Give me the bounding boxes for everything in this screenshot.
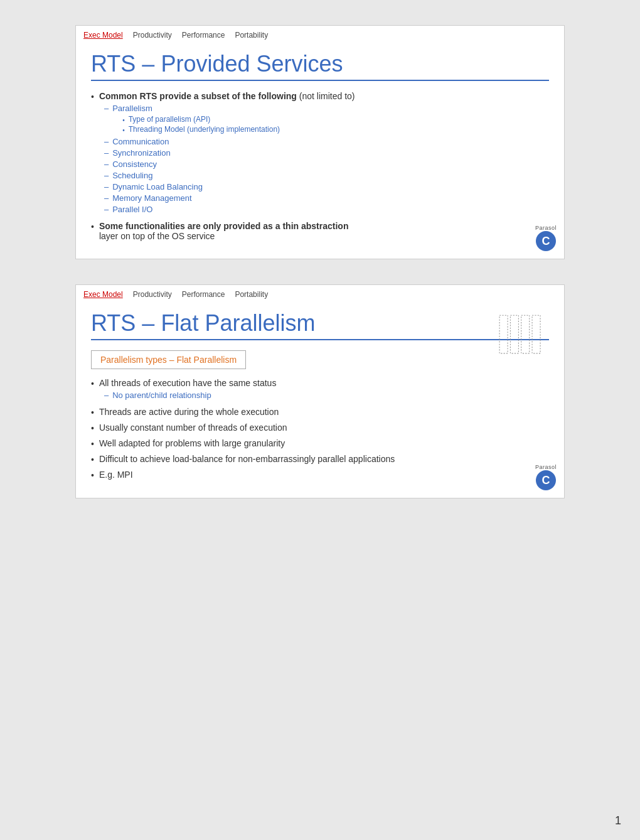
- slide1-title: RTS – Provided Services: [91, 51, 549, 77]
- slide2-title-area: RTS – Flat Parallelism: [76, 304, 564, 340]
- svg-rect-0: [499, 315, 508, 353]
- slide1-title-area: RTS – Provided Services: [76, 45, 564, 81]
- sub-item-communication: – Communication: [104, 137, 549, 146]
- logo-parasol-text-1: Parasol: [535, 225, 557, 231]
- sub-item-consistency: – Consistency: [104, 159, 549, 169]
- nav-portability-2: Portability: [235, 290, 268, 299]
- bullet1-bold: Common RTS provide a subset of the follo…: [99, 91, 297, 101]
- sub-item-parallelism: – Parallelism • Type of parallelism (API…: [104, 104, 549, 135]
- slide1-logo: Parasol C: [535, 225, 557, 251]
- slide-2: Exec Model Productivity Performance Port…: [75, 284, 565, 498]
- sub-list-no-parent: – No parent/child relationship: [104, 390, 549, 400]
- bullet2-text: Some functionalities are only provided a…: [99, 221, 549, 241]
- bullet-constant-threads-text: Usually constant number of threads of ex…: [99, 423, 549, 433]
- sub-sub-threading-model: • Threading Model (underlying implementa…: [122, 125, 280, 134]
- sub-item-dynamic-load-balancing: – Dynamic Load Balancing: [104, 182, 549, 191]
- slide2-content: Parallelism types – Flat Parallelism • A…: [76, 350, 564, 498]
- sub-label-memory-management: Memory Management: [112, 193, 191, 203]
- sub-item-synchronization: – Synchronization: [104, 148, 549, 158]
- bullet-mpi-text: E.g. MPI: [99, 470, 549, 480]
- slide2-bullet-difficult: • Difficult to achieve load-balance for …: [91, 454, 549, 465]
- sub-item-no-parent: – No parent/child relationship: [104, 390, 549, 400]
- svg-rect-1: [510, 315, 518, 353]
- flat-parallelism-diagram: [495, 314, 552, 355]
- slide1-bullet1: • Common RTS provide a subset of the fol…: [91, 91, 549, 216]
- nav-exec-model-1[interactable]: Exec Model: [83, 31, 123, 40]
- sub-label-scheduling: Scheduling: [112, 171, 152, 180]
- bullet2-bold: Some functionalities are only provided a…: [99, 221, 349, 231]
- svg-rect-3: [532, 315, 540, 353]
- sub-item-memory-management: – Memory Management: [104, 193, 549, 203]
- slide2-bullet-all-threads: • All threads of execution have the same…: [91, 378, 549, 402]
- bullet1-rest: (not limited to): [297, 91, 355, 101]
- slide2-bullet-mpi: • E.g. MPI: [91, 470, 549, 480]
- slide1-sub-list: – Parallelism • Type of parallelism (API…: [104, 104, 549, 214]
- bullet-all-threads-text: All threads of execution have the same s…: [99, 378, 277, 388]
- svg-rect-2: [521, 315, 530, 353]
- sub-sub-dot-2: •: [122, 127, 125, 134]
- bullet-well-adapted-text: Well adapted for problems with large gra…: [99, 438, 549, 448]
- sub-sub-text-1: Type of parallelism (API): [129, 115, 211, 124]
- slide2-divider: [91, 339, 549, 340]
- slide1-bullet2: • Some functionalities are only provided…: [91, 221, 549, 241]
- slide2-bullet-well-adapted: • Well adapted for problems with large g…: [91, 438, 549, 449]
- sub-sub-list-parallelism: • Type of parallelism (API) • Threading …: [122, 115, 280, 134]
- bullet-difficult-text: Difficult to achieve load-balance for no…: [99, 454, 549, 464]
- bullet-dot-2: •: [91, 222, 94, 232]
- sub-sub-text-2: Threading Model (underlying implementati…: [129, 125, 280, 134]
- sub-item-scheduling: – Scheduling: [104, 171, 549, 180]
- section-box: Parallelism types – Flat Parallelism: [91, 350, 246, 369]
- sub-label-dynamic-load-balancing: Dynamic Load Balancing: [112, 182, 203, 191]
- sub-sub-dot-1: •: [122, 117, 125, 124]
- slide1-divider: [91, 80, 549, 81]
- slide2-nav: Exec Model Productivity Performance Port…: [76, 285, 564, 304]
- sub-label-consistency: Consistency: [112, 159, 157, 169]
- slide2-bullet-constant-threads: • Usually constant number of threads of …: [91, 423, 549, 433]
- sub-no-parent-text: No parent/child relationship: [112, 390, 211, 400]
- logo-circle-2: C: [536, 470, 556, 490]
- nav-productivity-2: Productivity: [133, 290, 172, 299]
- dash-parallelism: –: [104, 104, 109, 113]
- sub-label-parallelism: Parallelism • Type of parallelism (API) …: [112, 104, 280, 135]
- bullet2-rest: layer on top of the OS service: [99, 231, 215, 241]
- nav-performance-1: Performance: [182, 31, 225, 40]
- sub-label-synchronization: Synchronization: [112, 148, 171, 158]
- page-number: 1: [615, 814, 621, 827]
- sub-sub-type-of-parallelism: • Type of parallelism (API): [122, 115, 280, 124]
- bullet-dot-1: •: [91, 92, 94, 102]
- nav-portability-1: Portability: [235, 31, 268, 40]
- slide2-logo: Parasol C: [535, 464, 557, 490]
- slide1-nav: Exec Model Productivity Performance Port…: [76, 26, 564, 45]
- slide-1: Exec Model Productivity Performance Port…: [75, 25, 565, 259]
- slide2-title: RTS – Flat Parallelism: [91, 310, 549, 337]
- bullet1-text: Common RTS provide a subset of the follo…: [99, 91, 549, 216]
- sub-label-communication: Communication: [112, 137, 169, 146]
- sub-label-parallel-io: Parallel I/O: [112, 205, 152, 214]
- nav-productivity-1: Productivity: [133, 31, 172, 40]
- nav-exec-model-2[interactable]: Exec Model: [83, 290, 123, 299]
- nav-performance-2: Performance: [182, 290, 225, 299]
- slide2-bullet-threads-active: • Threads are active during the whole ex…: [91, 407, 549, 417]
- bullet-threads-active-text: Threads are active during the whole exec…: [99, 407, 549, 417]
- logo-parasol-text-2: Parasol: [535, 464, 557, 470]
- sub-item-parallel-io: – Parallel I/O: [104, 205, 549, 214]
- logo-circle-1: C: [536, 231, 556, 251]
- slide1-content: • Common RTS provide a subset of the fol…: [76, 91, 564, 259]
